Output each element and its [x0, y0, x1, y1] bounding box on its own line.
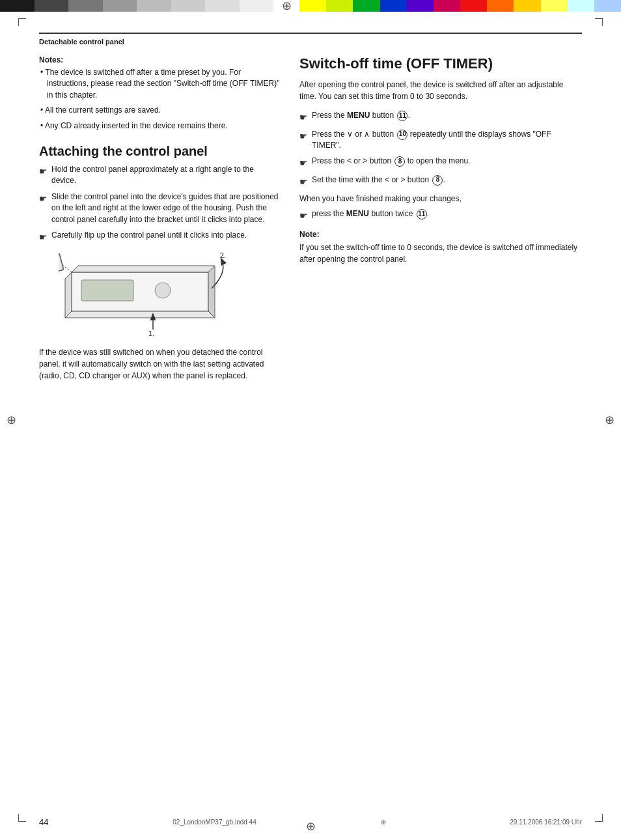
swatch-yellowgreen	[326, 0, 353, 12]
switch-step-1: ☛ Press the MENU button 11.	[299, 110, 582, 124]
swatch-lightgray	[137, 0, 171, 12]
header-title: Detachable control panel	[39, 38, 124, 46]
switch-intro: After opening the control panel, the dev…	[299, 79, 582, 102]
circle-8-1: 8	[394, 156, 405, 167]
two-column-layout: Notes: The device is switched off after …	[39, 55, 582, 382]
switch-heading: Switch-off time (OFF TIMER)	[299, 55, 582, 72]
swatch-medgray	[103, 0, 137, 12]
menu-bold-1: MENU	[347, 111, 370, 120]
notes-label: Notes:	[39, 55, 280, 64]
switch-step-4: ☛ Set the time with the < or > button 8.	[299, 175, 582, 188]
switch-step-1-text: Press the MENU button 11.	[312, 110, 582, 121]
swatch-red	[460, 0, 487, 12]
note-item-2: All the current settings are saved.	[39, 105, 280, 116]
device-svg: 2. 1.	[59, 253, 241, 337]
switch-step-4-text: Set the time with the < or > button 8.	[312, 175, 582, 186]
svg-rect-6	[81, 280, 133, 301]
circle-8-2: 8	[432, 175, 443, 186]
arrow-icon-r2: ☛	[299, 130, 308, 143]
crosshair-bottom-text: ⊕	[381, 819, 386, 826]
page-number: 44	[39, 817, 48, 827]
page-footer: 44 02_LondonMP37_gb.indd 44 ⊕ 29.11.2006…	[39, 817, 582, 827]
attach-step-2-text: Slide the control panel into the device'…	[51, 191, 280, 225]
switch-step-2-text: Press the ∨ or ∧ button 10 repeatedly un…	[312, 129, 582, 152]
swatch-blue	[380, 0, 407, 12]
device-illustration: 2. 1.	[59, 253, 241, 337]
swatch-lightyellow	[541, 0, 568, 12]
corner-mark-tl	[18, 18, 26, 26]
color-bar-center: ⊕	[273, 0, 299, 12]
footer-right: 29.11.2006 16:21:09 Uhr	[510, 819, 582, 826]
svg-point-7	[155, 283, 171, 298]
note-item-3: Any CD already inserted in the device re…	[39, 120, 280, 132]
circle-10: 10	[397, 130, 407, 140]
footer-left: 02_LondonMP37_gb.indd 44	[172, 819, 256, 826]
crosshair-right: ⊕	[605, 413, 614, 427]
attach-step-3-text: Carefully flip up the control panel unti…	[51, 230, 280, 241]
svg-marker-2	[65, 272, 72, 318]
notes-section: Notes: The device is switched off after …	[39, 55, 280, 132]
swatch-darkgray	[34, 0, 69, 12]
switch-step-3: ☛ Press the < or > button 8 to open the …	[299, 156, 582, 169]
swatch-yellow	[299, 0, 326, 12]
switch-final-step-text: press the MENU button twice 11.	[312, 208, 582, 219]
attach-step-1: ☛ Hold the control panel approximately a…	[39, 164, 280, 187]
swatch-purple	[407, 0, 434, 12]
svg-text:1.: 1.	[148, 329, 154, 337]
svg-text:2.: 2.	[220, 253, 226, 259]
color-bar-left	[0, 0, 273, 12]
attach-step-3: ☛ Carefully flip up the control panel un…	[39, 230, 280, 244]
color-bar-right	[299, 0, 621, 12]
left-column: Notes: The device is switched off after …	[39, 55, 280, 382]
arrow-icon-2: ☛	[39, 192, 48, 205]
switch-step-3-text: Press the < or > button 8 to open the me…	[312, 156, 582, 167]
svg-marker-4	[208, 266, 215, 318]
color-bar: ⊕	[0, 0, 621, 12]
arrow-icon-1: ☛	[39, 165, 48, 178]
arrow-icon-r5: ☛	[299, 209, 308, 222]
swatch-gray	[68, 0, 103, 12]
header-section: Detachable control panel	[39, 33, 582, 46]
circle-11-2: 11	[417, 209, 427, 219]
swatch-cyan	[568, 0, 594, 12]
attach-step-1-text: Hold the control panel approximately at …	[51, 164, 280, 187]
menu-bold-2: MENU	[346, 209, 369, 218]
swatch-pale	[205, 0, 240, 12]
switch-step-2: ☛ Press the ∨ or ∧ button 10 repeatedly …	[299, 129, 582, 152]
arrow-icon-r4: ☛	[299, 175, 308, 188]
note-label: Note:	[299, 230, 582, 239]
notes-list: The device is switched off after a time …	[39, 67, 280, 132]
arrow-icon-r3: ☛	[299, 156, 308, 169]
swatch-gold	[514, 0, 540, 12]
swatch-orange	[487, 0, 514, 12]
note-box: Note: If you set the switch-off time to …	[299, 230, 582, 265]
note-text: If you set the switch-off time to 0 seco…	[299, 242, 582, 265]
bottom-paragraph: If the device was still switched on when…	[39, 346, 280, 382]
attach-heading: Attaching the control panel	[39, 143, 280, 159]
note-item-1: The device is switched off after a time …	[39, 67, 280, 101]
crosshair-left: ⊕	[7, 413, 16, 427]
swatch-magenta	[434, 0, 460, 12]
svg-rect-9	[59, 253, 64, 275]
attach-step-2: ☛ Slide the control panel into the devic…	[39, 191, 280, 225]
switch-final-step: ☛ press the MENU button twice 11.	[299, 208, 582, 222]
swatch-nearwhite	[240, 0, 274, 12]
when-finished-text: When you have finished making your chang…	[299, 193, 582, 204]
svg-marker-3	[65, 311, 215, 318]
swatch-green	[353, 0, 380, 12]
swatch-black	[0, 0, 34, 12]
swatch-lightblue	[594, 0, 621, 12]
arrow-icon-3: ☛	[39, 231, 48, 244]
circle-11-1: 11	[397, 111, 407, 121]
corner-mark-bl	[18, 814, 26, 822]
corner-mark-tr	[595, 18, 603, 26]
swatch-lighter	[171, 0, 206, 12]
corner-mark-br	[595, 814, 603, 822]
page-content: Detachable control panel Notes: The devi…	[39, 33, 582, 801]
arrow-icon-r1: ☛	[299, 111, 308, 124]
svg-marker-5	[72, 266, 215, 272]
right-column: Switch-off time (OFF TIMER) After openin…	[299, 55, 582, 382]
